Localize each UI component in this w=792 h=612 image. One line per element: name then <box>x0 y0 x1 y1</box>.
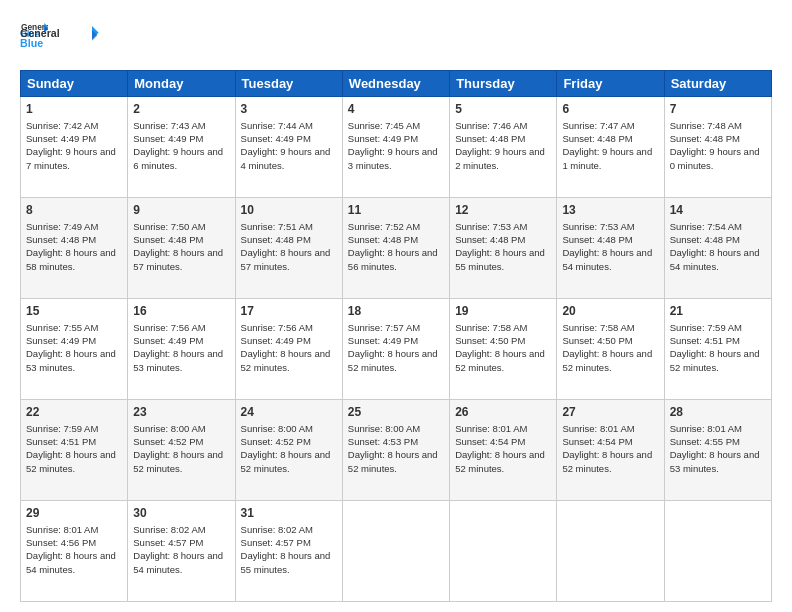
day-cell: 31Sunrise: 8:02 AMSunset: 4:57 PMDayligh… <box>235 501 342 602</box>
sunset: Sunset: 4:49 PM <box>348 133 418 144</box>
day-cell: 29Sunrise: 8:01 AMSunset: 4:56 PMDayligh… <box>21 501 128 602</box>
sunrise: Sunrise: 7:59 AM <box>670 322 742 333</box>
day-number: 31 <box>241 505 337 522</box>
day-number: 22 <box>26 404 122 421</box>
sunset: Sunset: 4:49 PM <box>133 335 203 346</box>
day-number: 28 <box>670 404 766 421</box>
day-cell: 21Sunrise: 7:59 AMSunset: 4:51 PMDayligh… <box>664 299 771 400</box>
logo-svg: General Blue <box>20 20 100 56</box>
daylight: Daylight: 9 hours and 3 minutes. <box>348 146 438 170</box>
week-row-5: 29Sunrise: 8:01 AMSunset: 4:56 PMDayligh… <box>21 501 772 602</box>
header-cell-monday: Monday <box>128 71 235 97</box>
sunrise: Sunrise: 8:02 AM <box>241 524 313 535</box>
sunrise: Sunrise: 7:46 AM <box>455 120 527 131</box>
sunset: Sunset: 4:55 PM <box>670 436 740 447</box>
day-number: 15 <box>26 303 122 320</box>
daylight: Daylight: 8 hours and 55 minutes. <box>241 550 331 574</box>
day-cell: 14Sunrise: 7:54 AMSunset: 4:48 PMDayligh… <box>664 198 771 299</box>
sunrise: Sunrise: 8:01 AM <box>26 524 98 535</box>
day-number: 18 <box>348 303 444 320</box>
sunrise: Sunrise: 7:42 AM <box>26 120 98 131</box>
sunset: Sunset: 4:54 PM <box>562 436 632 447</box>
daylight: Daylight: 8 hours and 53 minutes. <box>26 348 116 372</box>
sunrise: Sunrise: 8:01 AM <box>455 423 527 434</box>
sunrise: Sunrise: 7:53 AM <box>562 221 634 232</box>
sunset: Sunset: 4:49 PM <box>133 133 203 144</box>
sunrise: Sunrise: 7:56 AM <box>133 322 205 333</box>
daylight: Daylight: 8 hours and 57 minutes. <box>133 247 223 271</box>
day-cell: 11Sunrise: 7:52 AMSunset: 4:48 PMDayligh… <box>342 198 449 299</box>
daylight: Daylight: 9 hours and 1 minute. <box>562 146 652 170</box>
day-cell: 15Sunrise: 7:55 AMSunset: 4:49 PMDayligh… <box>21 299 128 400</box>
daylight: Daylight: 8 hours and 52 minutes. <box>26 449 116 473</box>
sunrise: Sunrise: 8:00 AM <box>348 423 420 434</box>
sunset: Sunset: 4:48 PM <box>241 234 311 245</box>
day-number: 7 <box>670 101 766 118</box>
sunset: Sunset: 4:49 PM <box>241 335 311 346</box>
sunset: Sunset: 4:48 PM <box>455 133 525 144</box>
sunset: Sunset: 4:51 PM <box>670 335 740 346</box>
sunset: Sunset: 4:48 PM <box>670 234 740 245</box>
week-row-4: 22Sunrise: 7:59 AMSunset: 4:51 PMDayligh… <box>21 400 772 501</box>
sunrise: Sunrise: 8:02 AM <box>133 524 205 535</box>
header-cell-wednesday: Wednesday <box>342 71 449 97</box>
day-number: 14 <box>670 202 766 219</box>
day-number: 1 <box>26 101 122 118</box>
daylight: Daylight: 8 hours and 55 minutes. <box>455 247 545 271</box>
day-number: 29 <box>26 505 122 522</box>
day-cell: 19Sunrise: 7:58 AMSunset: 4:50 PMDayligh… <box>450 299 557 400</box>
sunset: Sunset: 4:49 PM <box>241 133 311 144</box>
daylight: Daylight: 8 hours and 52 minutes. <box>562 449 652 473</box>
sunset: Sunset: 4:49 PM <box>26 335 96 346</box>
sunrise: Sunrise: 8:01 AM <box>562 423 634 434</box>
sunrise: Sunrise: 7:53 AM <box>455 221 527 232</box>
sunset: Sunset: 4:57 PM <box>241 537 311 548</box>
sunset: Sunset: 4:49 PM <box>26 133 96 144</box>
daylight: Daylight: 8 hours and 53 minutes. <box>670 449 760 473</box>
day-cell: 26Sunrise: 8:01 AMSunset: 4:54 PMDayligh… <box>450 400 557 501</box>
sunrise: Sunrise: 7:51 AM <box>241 221 313 232</box>
header: General Blue General Blue <box>20 16 772 60</box>
daylight: Daylight: 8 hours and 52 minutes. <box>455 449 545 473</box>
header-cell-saturday: Saturday <box>664 71 771 97</box>
daylight: Daylight: 9 hours and 2 minutes. <box>455 146 545 170</box>
day-number: 11 <box>348 202 444 219</box>
sunrise: Sunrise: 7:58 AM <box>455 322 527 333</box>
daylight: Daylight: 8 hours and 52 minutes. <box>241 449 331 473</box>
day-cell <box>557 501 664 602</box>
day-cell: 23Sunrise: 8:00 AMSunset: 4:52 PMDayligh… <box>128 400 235 501</box>
day-cell: 4Sunrise: 7:45 AMSunset: 4:49 PMDaylight… <box>342 97 449 198</box>
calendar-table: SundayMondayTuesdayWednesdayThursdayFrid… <box>20 70 772 602</box>
daylight: Daylight: 8 hours and 54 minutes. <box>133 550 223 574</box>
day-number: 27 <box>562 404 658 421</box>
daylight: Daylight: 8 hours and 54 minutes. <box>562 247 652 271</box>
day-number: 19 <box>455 303 551 320</box>
svg-text:Blue: Blue <box>20 37 43 49</box>
sunrise: Sunrise: 7:50 AM <box>133 221 205 232</box>
day-cell: 12Sunrise: 7:53 AMSunset: 4:48 PMDayligh… <box>450 198 557 299</box>
day-number: 3 <box>241 101 337 118</box>
header-row: SundayMondayTuesdayWednesdayThursdayFrid… <box>21 71 772 97</box>
day-number: 13 <box>562 202 658 219</box>
day-cell: 28Sunrise: 8:01 AMSunset: 4:55 PMDayligh… <box>664 400 771 501</box>
week-row-3: 15Sunrise: 7:55 AMSunset: 4:49 PMDayligh… <box>21 299 772 400</box>
day-number: 24 <box>241 404 337 421</box>
sunrise: Sunrise: 7:49 AM <box>26 221 98 232</box>
day-cell: 2Sunrise: 7:43 AMSunset: 4:49 PMDaylight… <box>128 97 235 198</box>
header-cell-tuesday: Tuesday <box>235 71 342 97</box>
sunrise: Sunrise: 7:52 AM <box>348 221 420 232</box>
sunset: Sunset: 4:57 PM <box>133 537 203 548</box>
sunset: Sunset: 4:53 PM <box>348 436 418 447</box>
day-number: 23 <box>133 404 229 421</box>
sunrise: Sunrise: 7:44 AM <box>241 120 313 131</box>
daylight: Daylight: 8 hours and 52 minutes. <box>562 348 652 372</box>
daylight: Daylight: 8 hours and 52 minutes. <box>670 348 760 372</box>
sunset: Sunset: 4:48 PM <box>348 234 418 245</box>
week-row-1: 1Sunrise: 7:42 AMSunset: 4:49 PMDaylight… <box>21 97 772 198</box>
sunset: Sunset: 4:48 PM <box>562 133 632 144</box>
daylight: Daylight: 9 hours and 4 minutes. <box>241 146 331 170</box>
day-number: 16 <box>133 303 229 320</box>
day-number: 17 <box>241 303 337 320</box>
daylight: Daylight: 8 hours and 57 minutes. <box>241 247 331 271</box>
week-row-2: 8Sunrise: 7:49 AMSunset: 4:48 PMDaylight… <box>21 198 772 299</box>
